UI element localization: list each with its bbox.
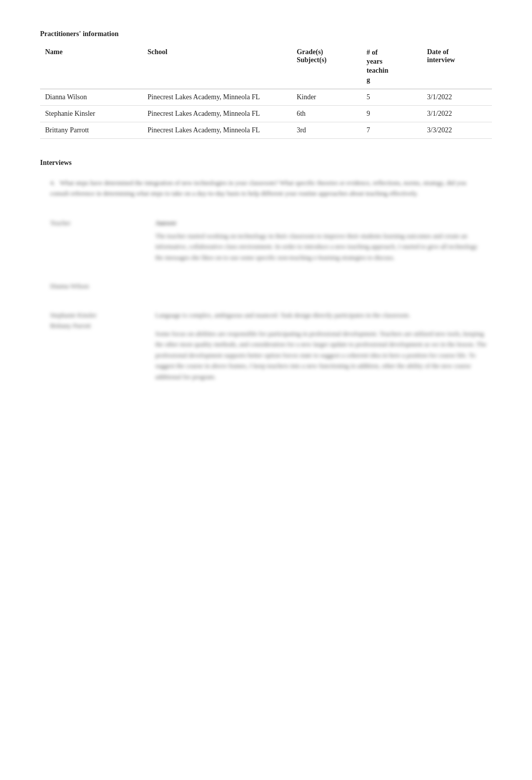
- interview-left-stephanie-brittany: Stephanie Kinsler Brittany Parrott: [40, 306, 150, 386]
- table-row: Brittany Parrott Pinecrest Lakes Academy…: [40, 122, 492, 138]
- interview-left-dianna: Dianna Wilson: [40, 277, 150, 295]
- cell-name: Dianna Wilson: [40, 89, 143, 105]
- col-header-years: # ofyearsteaching: [362, 44, 422, 89]
- interview-block-1: Teacher Answer The teacher started worki…: [40, 214, 492, 267]
- cell-years: 9: [362, 105, 422, 122]
- interview-block-2: Dianna Wilson: [40, 277, 492, 295]
- interview-answer-label: Answer: [155, 218, 487, 228]
- cell-grade: Kinder: [292, 89, 361, 105]
- interview-answer-text-3b: Some focus on abilities are responsible …: [155, 328, 487, 382]
- cell-date: 3/3/2022: [422, 122, 492, 138]
- col-header-name: Name: [40, 44, 143, 89]
- practitioners-section: Practitioners' information Name School G…: [40, 30, 492, 139]
- cell-years: 7: [362, 122, 422, 138]
- cell-date: 3/1/2022: [422, 89, 492, 105]
- cell-name: Brittany Parrott: [40, 122, 143, 138]
- table-header-row: Name School Grade(s)Subject(s) # ofyears…: [40, 44, 492, 89]
- interview-right-answer1: Answer The teacher started working on te…: [150, 214, 492, 267]
- cell-school: Pinecrest Lakes Academy, Minneola FL: [143, 122, 292, 138]
- practitioners-title: Practitioners' information: [40, 30, 492, 38]
- interview-block-3: Stephanie Kinsler Brittany Parrott Langu…: [40, 306, 492, 386]
- interview-intro-text: 4. What steps have determined the integr…: [50, 178, 482, 199]
- cell-name: Stephanie Kinsler: [40, 105, 143, 122]
- interview-blocks: Teacher Answer The teacher started worki…: [40, 214, 492, 386]
- interview-right-2: [150, 277, 492, 295]
- col-header-date: Date ofinterview: [422, 44, 492, 89]
- interviews-title: Interviews: [40, 159, 492, 167]
- interview-intro: 4. What steps have determined the integr…: [40, 173, 492, 204]
- interviews-section: Interviews 4. What steps have determined…: [40, 159, 492, 386]
- practitioners-table: Name School Grade(s)Subject(s) # ofyears…: [40, 44, 492, 139]
- table-row: Stephanie Kinsler Pinecrest Lakes Academ…: [40, 105, 492, 122]
- interview-left-teacher: Teacher: [40, 214, 150, 267]
- table-row: Dianna Wilson Pinecrest Lakes Academy, M…: [40, 89, 492, 105]
- cell-school: Pinecrest Lakes Academy, Minneola FL: [143, 89, 292, 105]
- cell-grade: 6th: [292, 105, 361, 122]
- interview-answer-text-3a: Language is complex, ambiguous and nuanc…: [155, 310, 487, 320]
- interview-label-stephanie: Stephanie Kinsler: [50, 310, 145, 320]
- cell-years: 5: [362, 89, 422, 105]
- cell-grade: 3rd: [292, 122, 361, 138]
- cell-date: 3/1/2022: [422, 105, 492, 122]
- interview-right-3: Language is complex, ambiguous and nuanc…: [150, 306, 492, 386]
- col-header-school: School: [143, 44, 292, 89]
- interview-label-dianna: Dianna Wilson: [50, 282, 89, 290]
- col-header-grade: Grade(s)Subject(s): [292, 44, 361, 89]
- interview-label-teacher: Teacher: [50, 219, 71, 227]
- interview-label-brittany: Brittany Parrott: [50, 320, 145, 331]
- interview-answer-text-1: The teacher started working on technolog…: [155, 231, 487, 263]
- cell-school: Pinecrest Lakes Academy, Minneola FL: [143, 105, 292, 122]
